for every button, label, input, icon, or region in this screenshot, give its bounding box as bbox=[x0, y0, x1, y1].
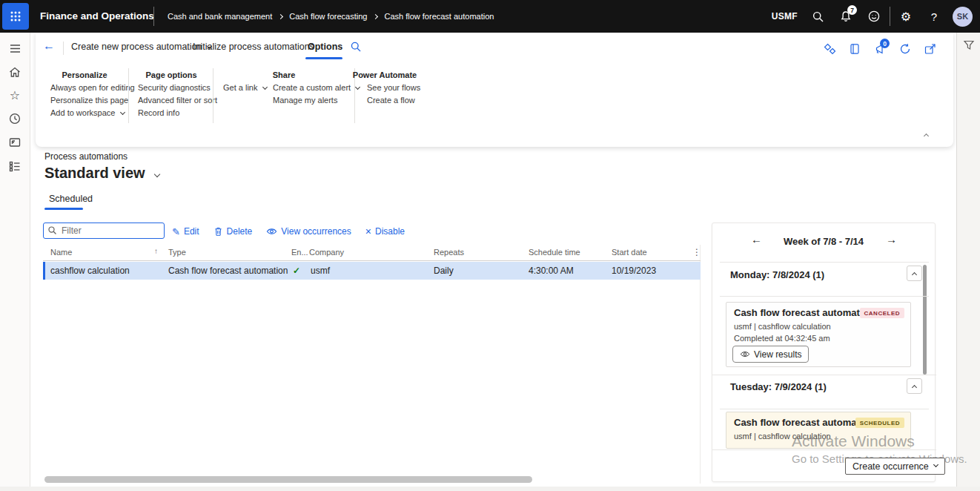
action-pane-divider bbox=[63, 42, 64, 55]
vertical-scrollbar[interactable] bbox=[923, 265, 927, 375]
page-title-text: Standard view bbox=[44, 165, 145, 181]
feedback-icon[interactable] bbox=[860, 0, 888, 33]
settings-gear-icon[interactable]: ⚙ bbox=[892, 0, 920, 33]
menu-item-manage-my-alerts[interactable]: Manage my alerts bbox=[273, 96, 337, 105]
status-badge: SCHEDULED bbox=[855, 418, 904, 428]
menu-item-add-to-workspace[interactable]: Add to workspace bbox=[50, 108, 125, 117]
sort-ascending-icon: ↑ bbox=[154, 247, 158, 255]
panel-divider bbox=[712, 449, 936, 450]
menu-item-label: Create a custom alert bbox=[273, 83, 351, 92]
filter-input[interactable] bbox=[43, 223, 165, 239]
menu-item-get-a-link[interactable]: Get a link bbox=[223, 83, 267, 92]
expand-nav-icon[interactable] bbox=[8, 42, 21, 55]
cell-name: cashflow calculation bbox=[50, 266, 130, 276]
horizontal-scrollbar[interactable] bbox=[44, 476, 532, 483]
menu-item-personalize-this-page[interactable]: Personalize this page bbox=[50, 96, 128, 105]
side-panel-icon[interactable] bbox=[847, 41, 863, 57]
message-center-icon[interactable]: 0 bbox=[872, 41, 888, 57]
column-header-enabled[interactable]: En... bbox=[291, 248, 308, 257]
menu-item-see-your-flows[interactable]: See your flows bbox=[367, 83, 420, 92]
favorites-star-icon[interactable]: ☆ bbox=[8, 88, 21, 102]
company-picker[interactable]: USMF bbox=[772, 11, 798, 22]
notifications-icon[interactable]: 7 bbox=[832, 0, 860, 33]
view-occurrences-button[interactable]: View occurrences bbox=[266, 226, 351, 237]
occurrence-subtitle: usmf | cashflow calculation bbox=[734, 432, 831, 441]
page-caption: Process automations bbox=[44, 151, 128, 162]
selected-tab-underline bbox=[305, 57, 342, 59]
cell-schedule-time: 4:30:00 AM bbox=[529, 266, 574, 276]
tab-initialize-process-automations[interactable]: Initialize process automations bbox=[193, 42, 314, 52]
column-header-type[interactable]: Type bbox=[168, 248, 186, 257]
menu-item-advanced-filter-or-sort[interactable]: Advanced filter or sort bbox=[138, 96, 217, 105]
view-results-button[interactable]: View results bbox=[732, 346, 809, 363]
tab-label: Initialize process automations bbox=[193, 42, 314, 52]
filter-pane-icon[interactable] bbox=[962, 39, 976, 52]
column-header-repeats[interactable]: Repeats bbox=[434, 248, 464, 257]
refresh-icon[interactable] bbox=[897, 41, 913, 57]
grid-more-icon[interactable]: ⋮ bbox=[692, 247, 701, 257]
breadcrumb-page[interactable]: Cash flow forecast automation bbox=[384, 12, 494, 21]
ribbon-group-title: Power Automate bbox=[353, 70, 417, 79]
tab-label: Create new process automation bbox=[71, 42, 202, 52]
column-header-start-date[interactable]: Start date bbox=[612, 248, 647, 257]
column-header-name[interactable]: Name bbox=[50, 248, 72, 257]
trash-icon bbox=[213, 226, 223, 237]
breadcrumb-area[interactable]: Cash flow forecasting bbox=[289, 12, 367, 21]
previous-week-arrow-icon[interactable]: ← bbox=[751, 233, 762, 246]
column-header-schedule-time[interactable]: Schedule time bbox=[529, 248, 580, 257]
message-count-badge: 0 bbox=[880, 39, 890, 48]
action-pane-search-icon[interactable] bbox=[350, 41, 362, 53]
chevron-right-icon bbox=[373, 13, 378, 19]
button-label: Disable bbox=[375, 226, 405, 237]
panel-divider bbox=[720, 296, 929, 297]
column-header-company[interactable]: Company bbox=[309, 248, 344, 257]
menu-item-label: Add to workspace bbox=[50, 108, 115, 117]
modules-icon[interactable] bbox=[8, 159, 21, 173]
tab-create-new-process-automation[interactable]: Create new process automation bbox=[71, 42, 211, 52]
action-pane: ← Create new process automation Initiali… bbox=[36, 33, 953, 147]
menu-item-create-a-flow[interactable]: Create a flow bbox=[367, 96, 415, 105]
back-arrow-icon[interactable]: ← bbox=[43, 39, 55, 53]
insights-icon[interactable] bbox=[821, 41, 838, 57]
create-occurrence-button[interactable]: Create occurrence bbox=[845, 458, 945, 475]
app-launcher-icon[interactable] bbox=[2, 3, 29, 30]
avatar[interactable]: SK bbox=[953, 7, 973, 27]
pencil-icon: ✎ bbox=[172, 226, 180, 237]
panel-divider bbox=[720, 262, 929, 263]
button-label: Create occurrence bbox=[852, 461, 929, 472]
nav-rail: ☆ bbox=[0, 33, 30, 487]
button-label: View occurrences bbox=[281, 226, 351, 237]
disable-button[interactable]: × Disable bbox=[365, 226, 405, 237]
chevron-right-icon bbox=[278, 13, 283, 19]
tab-options[interactable]: Options bbox=[308, 42, 342, 52]
collapse-day-button[interactable] bbox=[907, 378, 922, 394]
next-week-arrow-icon[interactable]: → bbox=[886, 233, 897, 246]
open-in-new-window-icon[interactable] bbox=[922, 41, 938, 57]
menu-item-always-open-for-editing[interactable]: Always open for editing bbox=[50, 83, 135, 92]
topbar-divider bbox=[153, 7, 154, 26]
ribbon-group-title: Share bbox=[273, 70, 296, 79]
occurrence-card-canceled[interactable]: Cash flow forecast automation CANCELED u… bbox=[726, 302, 911, 367]
collapse-day-button[interactable] bbox=[907, 266, 922, 281]
occurrence-card-scheduled[interactable]: Cash flow forecast automation SCHEDULED … bbox=[726, 412, 911, 449]
workspaces-icon[interactable] bbox=[8, 136, 21, 149]
search-icon[interactable] bbox=[804, 0, 832, 33]
app-title[interactable]: Finance and Operations bbox=[40, 0, 154, 33]
table-row-selected[interactable]: cashflow calculation Cash flow forecast … bbox=[43, 262, 701, 280]
home-icon[interactable] bbox=[8, 65, 21, 79]
menu-item-label: Get a link bbox=[223, 83, 257, 92]
tab-scheduled[interactable]: Scheduled bbox=[49, 194, 93, 204]
help-icon[interactable]: ? bbox=[920, 0, 948, 33]
edit-button[interactable]: ✎ Edit bbox=[172, 226, 199, 237]
panel-divider bbox=[712, 375, 936, 375]
menu-item-record-info[interactable]: Record info bbox=[138, 108, 179, 117]
collapse-ribbon-icon[interactable] bbox=[921, 123, 931, 142]
breadcrumb-module[interactable]: Cash and bank management bbox=[168, 12, 272, 21]
delete-button[interactable]: Delete bbox=[213, 226, 253, 237]
day-header-monday: Monday: 7/8/2024 (1) bbox=[730, 269, 824, 280]
menu-item-security-diagnostics[interactable]: Security diagnostics bbox=[138, 83, 211, 92]
page-title[interactable]: Standard view bbox=[44, 165, 159, 182]
recent-clock-icon[interactable] bbox=[8, 112, 21, 125]
tab-label: Options bbox=[308, 42, 342, 52]
menu-item-create-a-custom-alert[interactable]: Create a custom alert bbox=[273, 83, 360, 92]
